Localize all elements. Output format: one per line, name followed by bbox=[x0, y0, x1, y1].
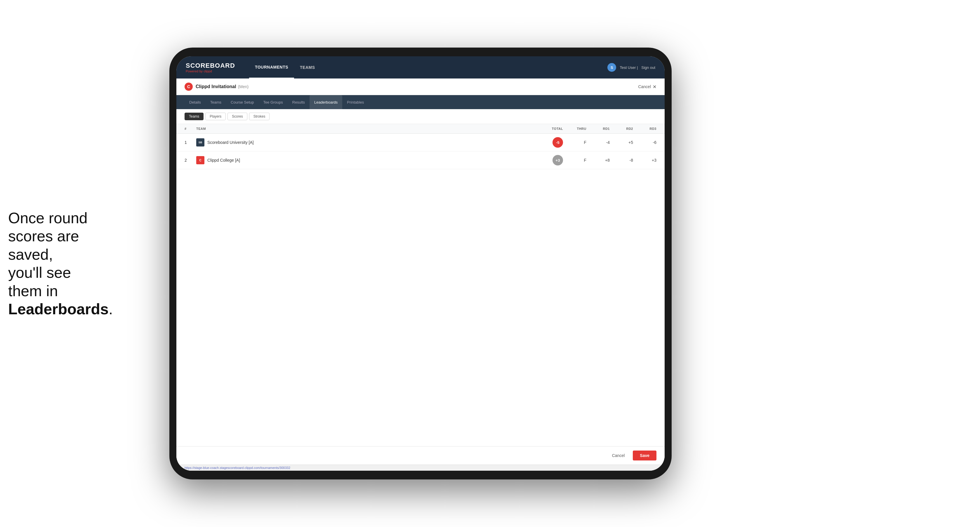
team-cell-1: SB Scoreboard University [A] bbox=[196, 138, 534, 146]
tab-course-setup[interactable]: Course Setup bbox=[226, 95, 259, 109]
tab-details[interactable]: Details bbox=[185, 95, 205, 109]
thru-1: F bbox=[563, 140, 586, 145]
team-name-2: Clippd College [A] bbox=[207, 158, 240, 162]
col-team: TEAM bbox=[196, 127, 534, 130]
user-name: Test User | bbox=[620, 65, 638, 70]
score-badge-1: -5 bbox=[552, 137, 563, 148]
cancel-action-button[interactable]: Cancel bbox=[608, 451, 630, 460]
tournament-bar: C Clippd Invitational (Men) Cancel ✕ bbox=[177, 78, 665, 95]
col-thru: THRU bbox=[563, 127, 586, 130]
thru-2: F bbox=[563, 158, 586, 162]
rank-2: 2 bbox=[185, 158, 196, 162]
rd3-2: +3 bbox=[633, 158, 657, 162]
team-cell-2: C Clippd College [A] bbox=[196, 156, 534, 164]
tabs-bar: Details Teams Course Setup Tee Groups Re… bbox=[177, 95, 665, 109]
app-content: C Clippd Invitational (Men) Cancel ✕ Det… bbox=[177, 78, 665, 471]
filter-teams[interactable]: Teams bbox=[185, 113, 204, 120]
table-header-row: # TEAM TOTAL THRU RD1 RD2 RD3 bbox=[177, 124, 665, 133]
logo-area: SCOREBOARD Powered by clippd bbox=[186, 62, 235, 73]
nav-tournaments[interactable]: TOURNAMENTS bbox=[249, 56, 294, 78]
tournament-type: (Men) bbox=[238, 84, 249, 89]
save-button[interactable]: Save bbox=[633, 451, 657, 460]
rd1-1: -4 bbox=[586, 140, 610, 145]
rd1-2: +8 bbox=[586, 158, 610, 162]
header-right: S Test User | Sign out bbox=[608, 63, 655, 72]
logo-title: SCOREBOARD bbox=[186, 62, 235, 70]
team-name-1: Scoreboard University [A] bbox=[207, 140, 254, 145]
nav-items: TOURNAMENTS TEAMS bbox=[249, 56, 608, 78]
tournament-icon: C bbox=[185, 83, 193, 91]
total-cell-2: +3 bbox=[534, 155, 563, 165]
tab-teams[interactable]: Teams bbox=[205, 95, 226, 109]
rd3-1: -6 bbox=[633, 140, 657, 145]
annotation-text: Once round scores are saved, you'll see … bbox=[8, 209, 90, 318]
team-logo-1: SB bbox=[196, 138, 204, 146]
rd2-1: +5 bbox=[610, 140, 633, 145]
user-avatar: S bbox=[608, 63, 616, 72]
tablet-device: SCOREBOARD Powered by clippd TOURNAMENTS… bbox=[169, 48, 671, 479]
close-icon: ✕ bbox=[653, 84, 657, 90]
tab-leaderboards[interactable]: Leaderboards bbox=[310, 95, 342, 109]
sign-out-link[interactable]: Sign out bbox=[641, 65, 655, 70]
table-row: 1 SB Scoreboard University [A] -5 F -4 +… bbox=[177, 133, 665, 151]
tab-tee-groups[interactable]: Tee Groups bbox=[259, 95, 288, 109]
col-rd1: RD1 bbox=[586, 127, 610, 130]
col-total: TOTAL bbox=[534, 127, 563, 130]
rd2-2: -8 bbox=[610, 158, 633, 162]
tablet-screen: SCOREBOARD Powered by clippd TOURNAMENTS… bbox=[177, 56, 665, 471]
col-rd3: RD3 bbox=[633, 127, 657, 130]
score-badge-2: +3 bbox=[552, 155, 563, 165]
team-logo-2: C bbox=[196, 156, 204, 164]
tablet-outer-frame: SCOREBOARD Powered by clippd TOURNAMENTS… bbox=[169, 48, 671, 479]
action-bar: Cancel Save bbox=[177, 446, 665, 465]
filter-scores[interactable]: Scores bbox=[228, 113, 247, 120]
table-row: 2 C Clippd College [A] +3 F +8 -8 +3 bbox=[177, 151, 665, 169]
logo-sub: Powered by clippd bbox=[186, 70, 235, 73]
col-rd2: RD2 bbox=[610, 127, 633, 130]
rank-1: 1 bbox=[185, 140, 196, 145]
tab-printables[interactable]: Printables bbox=[342, 95, 369, 109]
filter-bar: Teams Players Scores Strokes bbox=[177, 109, 665, 124]
tournament-cancel-button[interactable]: Cancel ✕ bbox=[638, 84, 657, 90]
total-cell-1: -5 bbox=[534, 137, 563, 148]
filter-players[interactable]: Players bbox=[205, 113, 226, 120]
url-bar: https://stage-blue-coach.stagescoreboard… bbox=[177, 465, 665, 471]
tournament-name: Clippd Invitational bbox=[196, 84, 236, 89]
filter-strokes[interactable]: Strokes bbox=[249, 113, 270, 120]
leaderboard-table: # TEAM TOTAL THRU RD1 RD2 RD3 1 SB Score… bbox=[177, 124, 665, 446]
app-header: SCOREBOARD Powered by clippd TOURNAMENTS… bbox=[177, 56, 665, 78]
tab-results[interactable]: Results bbox=[288, 95, 310, 109]
nav-teams[interactable]: TEAMS bbox=[294, 56, 321, 78]
col-rank: # bbox=[185, 127, 196, 130]
